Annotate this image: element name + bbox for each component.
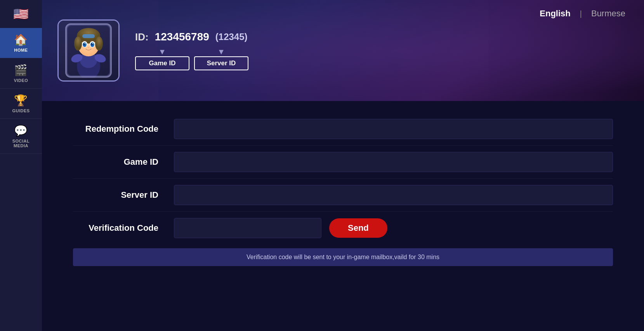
sidebar-item-guides[interactable]: 🏆 GUIDES bbox=[0, 89, 42, 119]
server-id-input[interactable] bbox=[174, 185, 613, 205]
guides-icon: 🏆 bbox=[14, 94, 28, 107]
sidebar-item-video[interactable]: 🎬 VIDEO bbox=[0, 58, 42, 89]
server-id-button[interactable]: Server ID bbox=[194, 56, 248, 70]
game-id-input[interactable] bbox=[174, 152, 613, 172]
player-id-row: ID: 123456789 (12345) bbox=[135, 31, 248, 43]
sidebar-item-home[interactable]: 🏠 HOME bbox=[0, 28, 42, 58]
game-id-label: Game ID bbox=[73, 157, 174, 167]
character-illustration bbox=[65, 23, 112, 78]
info-text: Verification code will be sent to your i… bbox=[246, 254, 439, 260]
game-id-button[interactable]: Game ID bbox=[135, 56, 189, 70]
form-area: Redemption Code Game ID Server ID Verifi… bbox=[42, 101, 644, 331]
video-icon: 🎬 bbox=[14, 64, 28, 77]
svg-point-8 bbox=[95, 37, 103, 51]
verification-code-row: Verification Code Send bbox=[73, 212, 613, 244]
send-button[interactable]: Send bbox=[329, 218, 387, 238]
game-id-arrow-container: ▼ Game ID bbox=[135, 48, 189, 70]
sidebar-item-social-media[interactable]: 💬 SOCIALMEDIA bbox=[0, 119, 42, 154]
player-id-value: 123456789 bbox=[155, 31, 209, 43]
avatar-inner bbox=[59, 21, 118, 80]
home-icon: 🏠 bbox=[14, 33, 28, 46]
sidebar: 🇺🇸 🏠 HOME 🎬 VIDEO 🏆 GUIDES 💬 SOCIALMEDIA bbox=[0, 0, 42, 331]
server-id-arrow-container: ▼ Server ID bbox=[194, 48, 248, 70]
header-banner: English | Burmese bbox=[42, 0, 644, 101]
sidebar-label-home: HOME bbox=[14, 48, 28, 52]
verification-code-label: Verification Code bbox=[73, 223, 174, 233]
game-id-row: Game ID bbox=[73, 146, 613, 179]
verification-code-input[interactable] bbox=[174, 218, 321, 238]
english-language-button[interactable]: English bbox=[536, 7, 573, 20]
svg-point-17 bbox=[92, 43, 93, 44]
redemption-code-label: Redemption Code bbox=[73, 124, 174, 134]
game-id-arrow-icon: ▼ bbox=[158, 48, 166, 56]
main-content: English | Burmese bbox=[42, 0, 644, 331]
redemption-code-row: Redemption Code bbox=[73, 113, 613, 146]
social-icon: 💬 bbox=[14, 124, 28, 137]
sidebar-label-video: VIDEO bbox=[14, 78, 28, 83]
player-id-info: ID: 123456789 (12345) ▼ Game ID ▼ Server… bbox=[135, 31, 248, 70]
svg-point-16 bbox=[85, 43, 85, 44]
server-id-label: Server ID bbox=[73, 190, 174, 200]
id-label: ID: bbox=[135, 31, 149, 43]
svg-point-18 bbox=[88, 47, 89, 48]
language-divider: | bbox=[580, 9, 582, 18]
flag-icon[interactable]: 🇺🇸 bbox=[11, 4, 31, 24]
svg-rect-9 bbox=[82, 34, 95, 38]
server-id-display: (12345) bbox=[215, 31, 248, 42]
header-content: ID: 123456789 (12345) ▼ Game ID ▼ Server… bbox=[57, 19, 628, 82]
info-banner: Verification code will be sent to your i… bbox=[73, 248, 613, 266]
server-id-row: Server ID bbox=[73, 179, 613, 212]
svg-point-7 bbox=[74, 37, 82, 51]
burmese-language-button[interactable]: Burmese bbox=[588, 7, 628, 20]
id-buttons-row: ▼ Game ID ▼ Server ID bbox=[135, 48, 248, 70]
sidebar-label-social: SOCIALMEDIA bbox=[12, 139, 30, 148]
player-avatar bbox=[57, 19, 120, 82]
sidebar-label-guides: GUIDES bbox=[12, 108, 30, 113]
language-bar: English | Burmese bbox=[536, 7, 628, 20]
redemption-code-input[interactable] bbox=[174, 119, 613, 139]
server-id-arrow-icon: ▼ bbox=[217, 48, 225, 56]
